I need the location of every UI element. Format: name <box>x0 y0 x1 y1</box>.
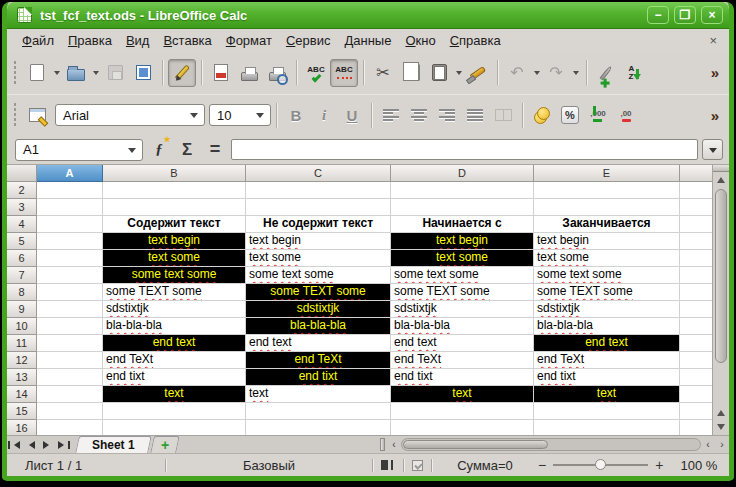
row-header[interactable]: 12 <box>7 352 37 369</box>
scroll-right-button[interactable]: › <box>715 436 729 453</box>
cell[interactable] <box>37 352 103 369</box>
cell[interactable]: some TEXT some <box>246 284 391 301</box>
cell[interactable]: text <box>246 386 391 403</box>
cell[interactable]: some TEXT some <box>103 284 246 301</box>
cell[interactable] <box>37 420 103 435</box>
add-decimal-button[interactable]: ,000 <box>584 101 612 129</box>
insert-mode-icon[interactable] <box>381 460 395 470</box>
open-button[interactable] <box>62 59 90 87</box>
cell[interactable] <box>534 420 680 435</box>
redo-dropdown-icon[interactable] <box>570 59 581 87</box>
row-header[interactable]: 9 <box>7 301 37 318</box>
print-button[interactable] <box>235 59 263 87</box>
next-sheet-button[interactable] <box>39 436 55 453</box>
first-sheet-button[interactable] <box>7 436 23 453</box>
align-right-button[interactable] <box>433 101 461 129</box>
previous-sheet-button[interactable] <box>23 436 39 453</box>
align-center-button[interactable] <box>405 101 433 129</box>
cell[interactable] <box>680 199 712 216</box>
cell[interactable]: end tixt <box>246 369 391 386</box>
close-button[interactable]: × <box>701 6 723 24</box>
cell[interactable]: text begin <box>103 233 246 250</box>
cell[interactable]: end tixt <box>103 369 246 386</box>
sum-status[interactable]: Сумма=0 <box>440 458 530 473</box>
toolbar-overflow-button[interactable]: » <box>707 64 723 81</box>
menu-window[interactable]: Окно <box>398 31 442 50</box>
sort-ascending-button[interactable]: AZ <box>620 59 648 87</box>
column-header-e[interactable]: E <box>534 165 680 182</box>
cell[interactable] <box>246 420 391 435</box>
export-pdf-button[interactable] <box>207 59 235 87</box>
sum-button[interactable]: Σ <box>175 138 199 162</box>
cell[interactable]: some text some <box>103 267 246 284</box>
row-header[interactable]: 16 <box>7 420 37 435</box>
paste-button[interactable] <box>425 59 453 87</box>
row-header[interactable]: 8 <box>7 284 37 301</box>
cell[interactable] <box>680 182 712 199</box>
row-header[interactable]: 7 <box>7 267 37 284</box>
cell[interactable]: text begin <box>246 233 391 250</box>
cell[interactable] <box>37 403 103 420</box>
menu-edit[interactable]: Правка <box>61 31 119 50</box>
cell[interactable] <box>680 369 712 386</box>
menu-file[interactable]: Файл <box>15 31 61 50</box>
cell[interactable]: some text some <box>534 267 680 284</box>
cell[interactable] <box>103 420 246 435</box>
cell[interactable] <box>391 182 534 199</box>
cell[interactable]: Не содержит текст <box>246 216 391 233</box>
cell[interactable] <box>680 318 712 335</box>
underline-button[interactable]: U <box>338 101 366 129</box>
cell[interactable]: bla-bla-bla <box>534 318 680 335</box>
paste-dropdown-icon[interactable] <box>453 59 464 87</box>
cell[interactable] <box>391 199 534 216</box>
cell[interactable] <box>680 403 712 420</box>
cell[interactable] <box>534 199 680 216</box>
toolbar-grip[interactable] <box>12 60 18 86</box>
cell[interactable] <box>37 301 103 318</box>
cell[interactable]: some text some <box>246 267 391 284</box>
redo-button[interactable]: ↷ <box>542 59 570 87</box>
split-window-handle[interactable] <box>713 165 729 172</box>
select-all-corner[interactable] <box>7 165 37 182</box>
column-header-b[interactable]: B <box>103 165 246 182</box>
cell[interactable]: end TeXt <box>246 352 391 369</box>
cell[interactable] <box>680 420 712 435</box>
new-document-button[interactable] <box>23 59 51 87</box>
cell[interactable]: bla-bla-bla <box>103 318 246 335</box>
row-header[interactable]: 6 <box>7 250 37 267</box>
cell[interactable]: text begin <box>391 233 534 250</box>
cell[interactable]: end TeXt <box>534 352 680 369</box>
cell[interactable] <box>37 182 103 199</box>
sheet-number-status[interactable]: Лист 1 / 1 <box>17 458 157 473</box>
cell[interactable] <box>103 182 246 199</box>
undo-dropdown-icon[interactable] <box>531 59 542 87</box>
percent-format-button[interactable]: % <box>556 101 584 129</box>
cell[interactable] <box>37 216 103 233</box>
horizontal-scroll-thumb[interactable] <box>403 440 548 449</box>
cell[interactable]: Содержит текст <box>103 216 246 233</box>
cell[interactable] <box>103 199 246 216</box>
page-style-status[interactable]: Базовый <box>174 458 364 473</box>
cell[interactable] <box>37 250 103 267</box>
cell[interactable]: end tixt <box>391 369 534 386</box>
cell[interactable]: end TeXt <box>391 352 534 369</box>
cell[interactable] <box>680 233 712 250</box>
undo-button[interactable]: ↶ <box>503 59 531 87</box>
expand-formula-bar-button[interactable] <box>702 139 723 160</box>
cell[interactable]: text some <box>103 250 246 267</box>
cell[interactable] <box>37 335 103 352</box>
toolbar-grip[interactable] <box>12 102 18 128</box>
menu-view[interactable]: Вид <box>119 31 157 50</box>
row-header[interactable]: 10 <box>7 318 37 335</box>
horizontal-scroll-track[interactable] <box>401 438 701 451</box>
cell[interactable]: bla-bla-bla <box>246 318 391 335</box>
new-document-dropdown-icon[interactable] <box>51 59 62 87</box>
document-saved-icon[interactable] <box>412 460 423 471</box>
sheet-tab[interactable]: Sheet 1 <box>75 436 151 453</box>
font-name-combo[interactable]: Arial <box>55 104 205 126</box>
cell[interactable] <box>680 301 712 318</box>
cell[interactable]: some TEXT some <box>391 284 534 301</box>
zoom-slider[interactable] <box>553 464 648 466</box>
row-header[interactable]: 11 <box>7 335 37 352</box>
row-header[interactable]: 3 <box>7 199 37 216</box>
